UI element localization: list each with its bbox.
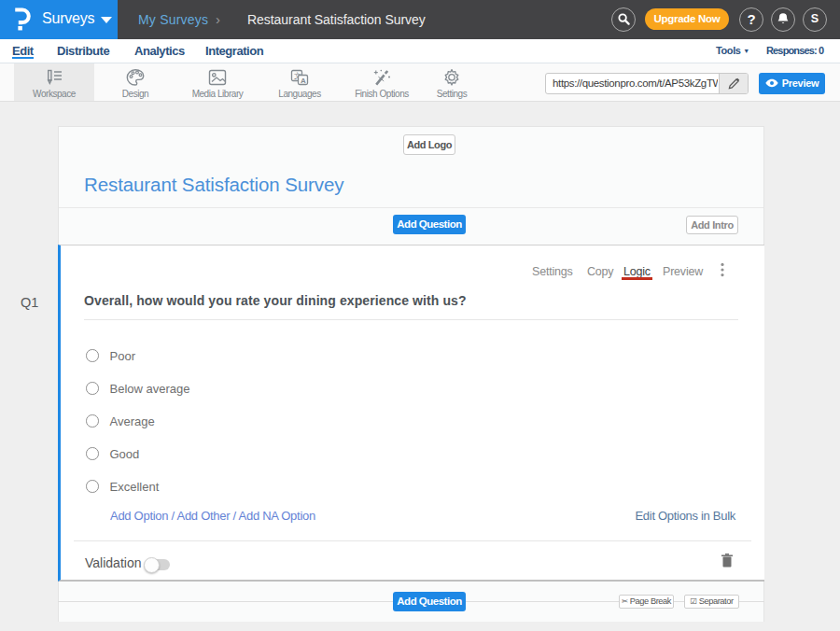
svg-text:A: A (301, 77, 306, 85)
